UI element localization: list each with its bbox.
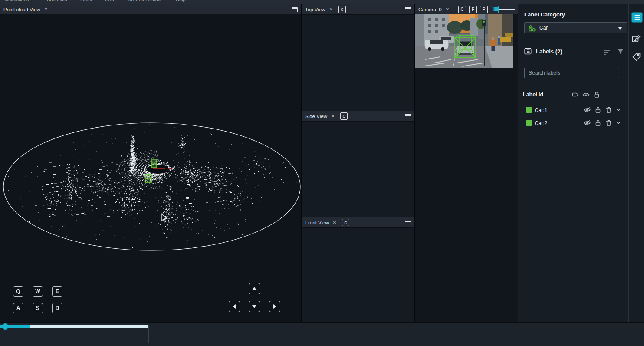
eye-off-icon[interactable] [583,119,591,126]
tag-panel-icon[interactable] [631,52,642,63]
labels-list-icon [524,48,532,55]
key-button-w[interactable]: W [33,286,43,297]
label-color-swatch [526,120,532,126]
point-cloud-canvas[interactable] [0,14,301,322]
menu-item-label[interactable]: Label [80,0,92,2]
divider [518,101,628,101]
label-row-car-2[interactable]: Car:2 [518,116,628,129]
trash-icon[interactable] [605,119,612,126]
toolbar-divider [148,326,149,343]
close-icon[interactable]: ✕ [329,7,332,12]
seek-bar[interactable] [30,325,148,328]
bottom-toolbar: /10 [0,322,644,346]
right-tool-strip [628,4,644,322]
label-color-swatch [526,107,532,113]
pan-left-button[interactable] [229,301,240,312]
eye-off-icon[interactable] [583,106,591,113]
menu-item-3d-point-cloud[interactable]: 3D Point Cloud [128,0,161,2]
camera-toggle-button[interactable]: C [342,219,349,226]
label-category-dropdown[interactable]: Car [524,22,627,33]
seek-handle[interactable] [2,323,8,330]
camera-image[interactable] [415,14,513,68]
camera-c-button[interactable]: C [458,6,466,13]
key-button-d[interactable]: D [52,303,62,313]
front-view-panel: Front View ✕ C [302,217,414,323]
panel-title: Side View [305,114,327,119]
top-view-viewport[interactable] [302,15,414,111]
search-labels-input[interactable] [524,68,619,78]
menu-item-instructions[interactable]: Instructions [4,0,29,2]
pan-up-button[interactable] [249,283,260,294]
labels-panel-icon[interactable] [631,12,643,23]
side-view-header: Side View ✕ C [302,111,414,122]
divider [518,86,628,86]
panel-title: Top View [305,7,325,12]
front-view-header: Front View ✕ C [302,217,414,228]
lock-icon[interactable] [595,106,601,113]
labels-count-heading: Labels (2) [536,48,562,55]
arrow-down-icon [252,304,257,309]
key-button-s[interactable]: S [33,303,43,313]
key-button-e[interactable]: E [52,286,62,297]
camera-brightness-slider[interactable] [495,9,515,10]
category-shapes-icon [528,24,536,32]
panel-divider [301,4,302,322]
side-view-panel: Side View ✕ C [302,111,414,217]
label-id: Car:1 [535,107,547,113]
lock-column-icon[interactable] [593,91,600,98]
camera-panel: Camera_0 ✕ C F P B [415,4,518,322]
pan-right-button[interactable] [269,301,280,312]
menu-item-view[interactable]: View [104,0,115,2]
key-button-a[interactable]: A [13,303,23,313]
panel-title: Front View [305,220,329,225]
camera-p-button[interactable]: P [480,6,488,13]
point-cloud-panel: Point cloud View ✕ Q W E A S D [0,4,301,322]
chevron-down-icon [618,27,622,30]
close-icon[interactable]: ✕ [446,7,449,12]
trash-icon[interactable] [605,106,612,113]
camera-f-button[interactable]: F [469,6,477,13]
chevron-down-icon[interactable] [615,121,621,125]
arrow-right-icon [273,304,277,309]
pan-down-button[interactable] [249,301,260,312]
maximize-icon[interactable] [405,7,411,12]
side-view-viewport[interactable] [302,122,414,217]
camera-toggle-button[interactable]: C [338,6,346,13]
camera-panel-header: Camera_0 ✕ C F P B [415,4,518,15]
label-category-heading: Label Category [524,11,565,18]
point-cloud-viewport[interactable]: Q W E A S D [0,14,301,322]
close-icon[interactable]: ✕ [44,7,48,12]
maximize-icon[interactable] [405,114,411,119]
label-id: Car:2 [535,120,547,126]
key-button-q[interactable]: Q [13,286,23,297]
arrow-up-icon [252,287,257,291]
menu-item-shortcuts[interactable]: Shortcuts [47,0,67,2]
close-icon[interactable]: ✕ [331,114,335,119]
filter-icon[interactable] [617,48,624,55]
label-row-car-1[interactable]: Car:1 [518,103,628,116]
close-icon[interactable]: ✕ [333,220,336,225]
label-id-column-header: Label Id [523,92,543,98]
selected-category: Car [539,25,548,31]
camera-toggle-button[interactable]: C [340,112,348,120]
top-view-panel: Top View ✕ C [302,4,414,111]
lock-icon[interactable] [595,119,601,126]
arrow-left-icon [232,304,237,309]
labels-section-header: Labels (2) [524,48,622,55]
tag-column-icon[interactable] [572,91,579,98]
menu-item-help[interactable]: Help [176,0,186,2]
toolbar-divider [325,326,325,343]
sort-icon[interactable] [604,49,611,55]
maximize-icon[interactable] [292,7,298,12]
panel-divider [414,4,415,322]
panel-title: Camera_0 [418,7,442,12]
chevron-down-icon[interactable] [615,108,621,112]
maximize-icon[interactable] [405,221,411,225]
eye-column-icon[interactable] [582,91,590,98]
toolbar-divider [265,326,265,343]
slider-knob[interactable] [494,7,499,11]
edit-panel-icon[interactable] [631,34,642,44]
panel-title: Point cloud View [3,7,40,12]
front-view-viewport[interactable] [302,228,414,323]
top-view-header: Top View ✕ C [302,4,414,15]
